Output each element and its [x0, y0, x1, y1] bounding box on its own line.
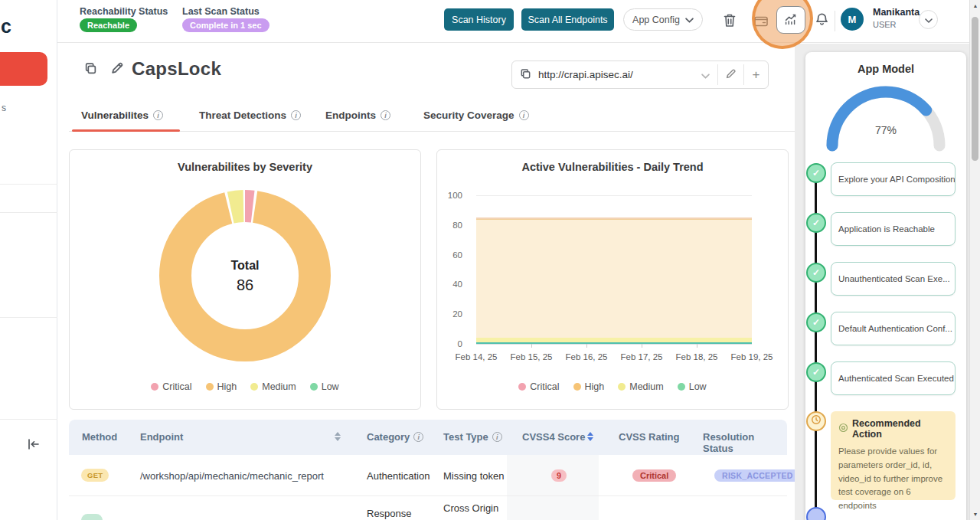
tab-security-coverage[interactable]: Security Coveragei: [423, 110, 529, 121]
x-label: Feb 16, 25: [556, 352, 617, 361]
page-scrollbar[interactable]: ▲ ▼: [969, 0, 980, 520]
y-tick: 80: [426, 221, 462, 230]
app-model-title: App Model: [805, 63, 966, 75]
high-dot: [206, 383, 214, 391]
delete-app-button[interactable]: [722, 12, 737, 31]
category-cell: Authentication: [367, 470, 430, 482]
severity-legend: Critical High Medium Low: [69, 381, 421, 392]
app-model-step: Application is Reachable: [831, 212, 956, 246]
method-badge: GET: [81, 469, 109, 482]
scroll-down-arrow[interactable]: ▼: [970, 512, 980, 517]
gauge-percent-label: 77%: [821, 124, 951, 136]
x-label: Feb 15, 25: [501, 352, 562, 361]
copy-url-button[interactable]: [512, 61, 538, 88]
notifications-button[interactable]: [814, 11, 830, 31]
scan-history-button[interactable]: Scan History: [444, 8, 514, 31]
base-url-select[interactable]: http://crapi.apisec.ai/: [538, 61, 717, 88]
col-category: Categoryi: [367, 431, 423, 443]
legend-item-medium[interactable]: Medium: [250, 381, 296, 392]
user-name: Manikanta: [873, 7, 920, 18]
critical-dot: [151, 383, 158, 391]
info-icon[interactable]: i: [153, 110, 163, 120]
legend-item-low[interactable]: Low: [678, 381, 707, 392]
x-label: Feb 19, 25: [721, 352, 782, 361]
legend-item-critical[interactable]: Critical: [518, 381, 559, 392]
trend-area-high: [476, 219, 752, 338]
endpoint-sort-icon[interactable]: [335, 432, 341, 441]
legend-item-medium[interactable]: Medium: [618, 381, 663, 392]
scrollbar-thumb[interactable]: [972, 17, 978, 161]
user-menu-button[interactable]: [919, 10, 938, 29]
tab-threat-detections[interactable]: Threat Detectionsi: [199, 110, 301, 121]
info-icon[interactable]: i: [413, 432, 423, 442]
logo-fragment: c: [1, 15, 11, 38]
pencil-icon: [110, 66, 124, 77]
top-bar: Reachability Status Reachable Last Scan …: [57, 0, 980, 43]
cvss4-score-badge: 9: [551, 469, 567, 482]
add-url-button[interactable]: +: [744, 61, 768, 88]
info-icon[interactable]: i: [291, 110, 301, 120]
legend-item-low[interactable]: Low: [310, 381, 339, 392]
sidebar-item-active[interactable]: [0, 52, 47, 86]
legend-item-high[interactable]: High: [206, 381, 237, 392]
tab-endpoints[interactable]: Endpointsi: [325, 110, 390, 121]
scroll-up-arrow[interactable]: ▲: [970, 3, 980, 8]
info-icon[interactable]: i: [492, 432, 502, 442]
sidebar-item-fragment: s: [2, 103, 6, 113]
medium-dot: [250, 383, 258, 391]
endpoint-cell: /workshop/api/mechanic/mechanic_report: [140, 470, 324, 482]
legend-item-critical[interactable]: Critical: [151, 381, 191, 392]
recommended-action-body: Please provide values for parameters ord…: [838, 445, 948, 513]
check-icon: ✓: [812, 367, 820, 378]
left-sidebar: c s: [0, 0, 57, 520]
y-tick: 60: [426, 250, 462, 260]
step-check-node: ✓: [806, 213, 826, 233]
gauge-value-arc: [832, 92, 939, 146]
table-row[interactable]: Response Cross Origin: [69, 496, 787, 520]
reachability-status-badge: Reachable: [80, 18, 137, 32]
app-analytics-button[interactable]: [776, 6, 805, 34]
active-tab-underline: [72, 129, 180, 132]
user-role: USER: [873, 20, 897, 29]
app-model-step: Default Authentication Conf...: [831, 312, 956, 345]
user-avatar[interactable]: M: [841, 8, 864, 31]
sidebar-divider: [0, 317, 57, 318]
cvss4-sort-icon[interactable]: [587, 432, 593, 441]
step-check-node: ✓: [806, 163, 826, 183]
bell-icon: [814, 19, 830, 31]
tab-label: Endpoints: [325, 110, 376, 121]
gridline: [476, 195, 752, 196]
check-icon: ✓: [812, 217, 820, 228]
severity-donut-svg: [155, 186, 335, 365]
copy-icon: [520, 68, 531, 82]
edit-url-button[interactable]: [718, 61, 743, 88]
info-icon[interactable]: i: [519, 110, 529, 120]
legend-item-high[interactable]: High: [573, 381, 605, 392]
trash-icon: [722, 20, 737, 31]
gridline: [476, 344, 752, 345]
recommended-action-title: Recommended Action: [852, 418, 948, 440]
x-tick: [697, 344, 697, 348]
critical-dot: [518, 383, 526, 391]
trend-x-axis: Feb 14, 25 Feb 15, 25 Feb 16, 25 Feb 17,…: [446, 352, 813, 365]
category-cell: Response: [367, 508, 412, 519]
col-cvss-rating: CVSS Rating: [619, 431, 679, 443]
last-scan-status-badge: Complete in 1 sec: [182, 18, 270, 32]
vulnerabilities-table-header: Method Endpoint Categoryi Test Typei CVS…: [69, 420, 787, 455]
scan-all-endpoints-button[interactable]: Scan All Endpoints: [521, 8, 614, 31]
y-tick: 40: [426, 280, 462, 289]
collapse-sidebar-button[interactable]: [26, 438, 41, 453]
edit-app-name-button[interactable]: [110, 61, 124, 77]
tab-vulnerabilities[interactable]: Vulnerabilitesi: [81, 110, 163, 121]
app-config-button[interactable]: App Config: [623, 8, 703, 31]
info-icon[interactable]: i: [381, 110, 390, 120]
chevron-down-icon: [685, 15, 694, 25]
col-method: Method: [82, 431, 117, 443]
copy-app-name-button[interactable]: [84, 62, 97, 77]
copy-icon: [84, 66, 97, 77]
table-row[interactable]: GET /workshop/api/mechanic/mechanic_repo…: [69, 455, 787, 496]
sidebar-divider: [0, 212, 57, 213]
y-tick: 100: [426, 191, 462, 200]
app-model-step: Unauthenticated Scan Exe...: [831, 262, 956, 296]
collapse-arrow-icon: [26, 441, 41, 453]
